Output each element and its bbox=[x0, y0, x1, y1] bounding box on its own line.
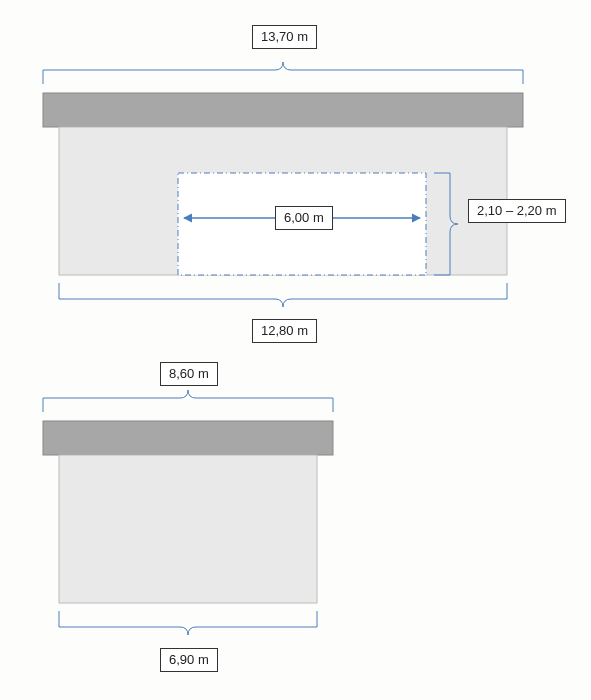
dimension-diagram bbox=[0, 0, 591, 700]
label-lower-inner: 6,90 m bbox=[160, 648, 218, 672]
lower-roof bbox=[43, 421, 333, 455]
brace-upper-inner bbox=[59, 283, 507, 307]
label-upper-overall: 13,70 m bbox=[252, 25, 317, 49]
label-lower-overall: 8,60 m bbox=[160, 362, 218, 386]
upper-roof bbox=[43, 93, 523, 127]
brace-upper-overall bbox=[43, 62, 523, 84]
lower-body bbox=[59, 455, 317, 603]
brace-lower-overall bbox=[43, 390, 333, 412]
label-opening-height: 2,10 – 2,20 m bbox=[468, 199, 566, 223]
label-upper-inner: 12,80 m bbox=[252, 319, 317, 343]
brace-lower-inner bbox=[59, 611, 317, 635]
label-opening-width: 6,00 m bbox=[275, 206, 333, 230]
